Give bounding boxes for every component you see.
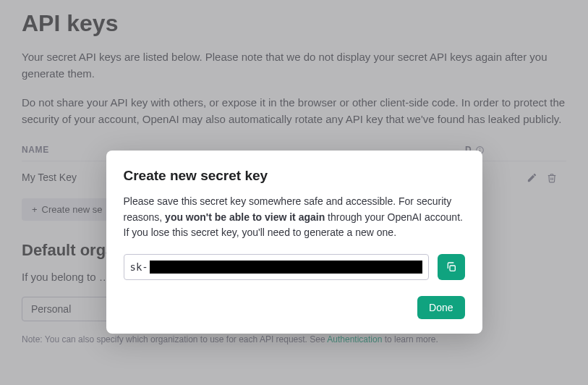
copy-icon bbox=[446, 261, 457, 273]
modal-overlay[interactable]: Create new secret key Please save this s… bbox=[0, 0, 588, 385]
modal-title: Create new secret key bbox=[124, 168, 465, 184]
create-secret-key-modal: Create new secret key Please save this s… bbox=[106, 151, 482, 334]
secret-key-prefix: sk- bbox=[130, 261, 148, 273]
secret-key-masked bbox=[150, 261, 422, 274]
done-button[interactable]: Done bbox=[417, 296, 464, 319]
copy-button[interactable] bbox=[438, 254, 465, 280]
svg-rect-3 bbox=[450, 266, 455, 271]
secret-key-field[interactable]: sk- bbox=[124, 254, 429, 280]
modal-description: Please save this secret key somewhere sa… bbox=[124, 194, 465, 241]
